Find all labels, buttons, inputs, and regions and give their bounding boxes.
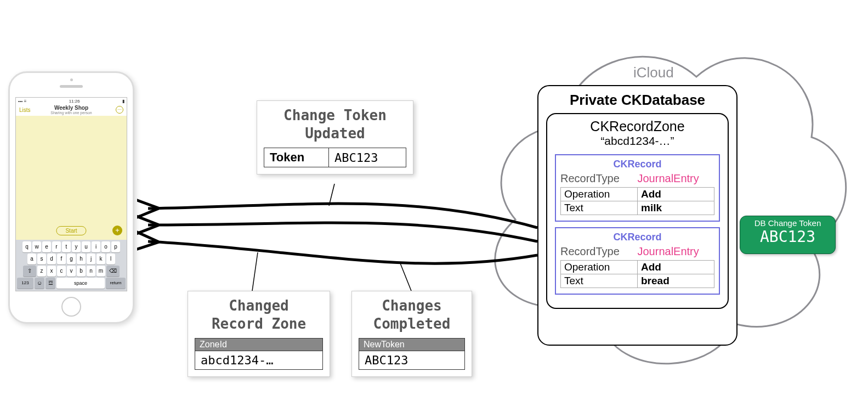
emoji-key[interactable]: ☺ [35,278,44,289]
card-title-line: Changes [382,297,442,314]
field-key: Text [561,274,638,288]
keyboard[interactable]: qwertyuiop asdfghjkl ⇧ zxcvbnm ⌫ 123 ☺ ☲… [16,240,127,291]
letter-key[interactable]: i [92,241,100,252]
private-ckdatabase-box: Private CKDatabase CKRecordZone “abcd123… [537,85,737,346]
zone-title: CKRecordZone [553,119,722,134]
card-title-line: Updated [305,125,365,142]
changes-completed-card: Changes Completed NewToken ABC123 [351,291,472,377]
letter-key[interactable]: c [57,266,66,277]
space-key[interactable]: space [56,278,105,289]
recordtype-value: JournalEntry [638,245,715,258]
shift-key[interactable]: ⇧ [23,266,36,277]
field-value: Add [638,261,714,274]
letter-key[interactable]: j [87,253,95,264]
status-right: ▮ [122,99,124,104]
letter-key[interactable]: p [111,241,120,252]
camera-dot [70,78,73,81]
letter-key[interactable]: q [22,241,31,252]
iphone-mock: ••• ≡ 11:26 ▮ Lists Weekly Shop Sharing … [8,71,134,324]
letter-key[interactable]: g [67,253,76,264]
card-title-line: Completed [373,316,451,332]
numbers-key[interactable]: 123 [17,278,33,289]
recordtype-label: RecordType [560,172,638,185]
ckrecord-box: CKRecord RecordType JournalEntry Operati… [555,227,720,295]
field-key: Operation [561,261,638,274]
card-title-line: Changed [229,297,289,314]
cloud-label: iCloud [633,64,674,81]
letter-key[interactable]: a [27,253,36,264]
letter-key[interactable]: z [37,266,46,277]
letter-key[interactable]: x [47,266,56,277]
letter-key[interactable]: k [97,253,105,264]
letter-key[interactable]: s [37,253,46,264]
letter-key[interactable]: o [101,241,110,252]
nav-bar: Lists Weekly Shop Sharing with one perso… [16,105,127,116]
field-key: Operation [561,188,638,201]
card-header: ZoneId [195,339,323,351]
note-area[interactable]: Start + [16,116,127,240]
status-time: 11:26 [69,99,80,104]
field-value: Add [638,188,714,201]
letter-key[interactable]: r [52,241,61,252]
add-fab[interactable]: + [112,226,122,235]
card-title-line: Change Token [283,107,387,123]
card-value: abcd1234-… [195,351,323,370]
letter-key[interactable]: l [106,253,115,264]
card-title-line: Record Zone [212,316,306,332]
home-button[interactable] [61,297,81,317]
kbd-row-1: qwertyuiop [17,241,126,252]
recordtype-label: RecordType [560,245,638,258]
kbd-row-3: ⇧ zxcvbnm ⌫ [17,266,126,277]
card-value: ABC123 [329,148,406,167]
recordtype-value: JournalEntry [638,172,715,185]
screen-subtitle: Sharing with one person [16,111,127,115]
ckrecord-title: CKRecord [560,232,714,243]
kbd-row-2: asdfghjkl [17,253,126,264]
field-key: Text [561,201,638,215]
svg-line-2 [400,263,411,291]
start-button[interactable]: Start [56,226,86,235]
card-key: Token [264,148,329,167]
card-value: ABC123 [359,351,465,370]
svg-line-1 [252,252,258,291]
phone-screen: ••• ≡ 11:26 ▮ Lists Weekly Shop Sharing … [15,97,127,291]
status-bar: ••• ≡ 11:26 ▮ [16,98,127,105]
speaker-slot [60,85,83,88]
card-header: NewToken [359,339,465,351]
mic-key[interactable]: ☲ [46,278,55,289]
field-value: bread [638,274,714,288]
letter-key[interactable]: f [57,253,66,264]
token-badge-value: ABC123 [740,228,835,246]
return-key[interactable]: return [106,278,126,289]
letter-key[interactable]: d [47,253,56,264]
ckrecordzone-box: CKRecordZone “abcd1234-…” CKRecord Recor… [546,113,729,309]
zone-subtitle: “abcd1234-…” [553,134,722,148]
changed-record-zone-card: Changed Record Zone ZoneId abcd1234-… [188,291,330,377]
record-fields-table: Operation Add Text bread [560,260,714,288]
svg-line-0 [329,184,334,206]
record-fields-table: Operation Add Text milk [560,187,714,215]
letter-key[interactable]: e [42,241,51,252]
change-token-updated-card: Change Token Updated Token ABC123 [257,100,413,174]
screen-title: Weekly Shop [16,105,127,111]
letter-key[interactable]: t [62,241,71,252]
letter-key[interactable]: w [32,241,41,252]
delete-key[interactable]: ⌫ [106,266,120,277]
field-value: milk [638,201,714,215]
db-change-token-badge: DB Change Token ABC123 [740,216,836,254]
letter-key[interactable]: b [77,266,86,277]
letter-key[interactable]: y [72,241,81,252]
letter-key[interactable]: h [77,253,86,264]
ckrecord-title: CKRecord [560,159,714,170]
status-left: ••• ≡ [18,99,26,104]
letter-key[interactable]: n [87,266,95,277]
kbd-row-4: 123 ☺ ☲ space return [17,278,126,289]
letter-key[interactable]: u [82,241,90,252]
letter-key[interactable]: m [97,266,105,277]
db-title: Private CKDatabase [538,92,736,109]
ckrecord-box: CKRecord RecordType JournalEntry Operati… [555,154,720,222]
token-badge-label: DB Change Token [740,218,835,228]
letter-key[interactable]: v [67,266,76,277]
